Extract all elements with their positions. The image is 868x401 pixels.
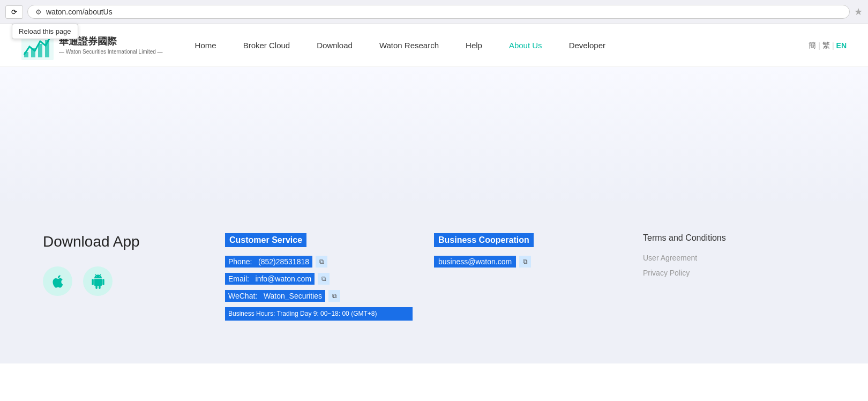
download-app-title: Download App [43, 233, 204, 250]
reload-tooltip: Reload this page [12, 24, 78, 39]
copy-wechat-button[interactable]: ⧉ [328, 290, 340, 302]
site-info-icon: ⚙ [35, 8, 42, 16]
apple-app-button[interactable] [43, 266, 72, 296]
copy-phone-button[interactable]: ⧉ [316, 256, 327, 268]
lang-divider-1: | [818, 41, 820, 50]
site-header: 華通證券國際 — Waton Securities International … [0, 24, 868, 67]
svg-rect-2 [31, 48, 35, 57]
lang-traditional[interactable]: 繁 [822, 41, 830, 50]
business-cooperation-column: Business Cooperation business@waton.com … [434, 233, 622, 321]
browser-toolbar: ⟳ ⚙ waton.com/aboutUs ★ [0, 0, 868, 24]
bc-email-row: business@waton.com ⧉ [434, 256, 622, 268]
svg-rect-4 [45, 40, 49, 57]
url-text: waton.com/aboutUs [46, 8, 113, 16]
footer-section: Download App Customer Service P [0, 201, 868, 363]
apple-icon [50, 274, 65, 289]
lang-simplified[interactable]: 簡 [809, 41, 816, 50]
reload-button[interactable]: ⟳ [5, 5, 23, 19]
logo-en-text: — Waton Securities International Limited… [59, 49, 163, 55]
nav-item-about-us[interactable]: About Us [509, 41, 542, 50]
customer-service-column: Customer Service Phone: (852)28531818 ⧉ … [225, 233, 413, 321]
nav-item-download[interactable]: Download [317, 41, 353, 50]
cs-phone-row: Phone: (852)28531818 ⧉ [225, 256, 413, 268]
cs-email-label: Email: info@waton.com [225, 273, 315, 285]
cs-wechat-label: WeChat: Waton_Securities [225, 290, 325, 302]
user-agreement-link[interactable]: User Agreement [643, 254, 804, 262]
privacy-policy-link[interactable]: Privacy Policy [643, 269, 804, 277]
address-bar[interactable]: ⚙ waton.com/aboutUs [27, 5, 850, 19]
cs-wechat-row: WeChat: Waton_Securities ⧉ [225, 290, 413, 302]
nav-item-help[interactable]: Help [466, 41, 482, 50]
hero-section [0, 67, 868, 201]
terms-title: Terms and Conditions [643, 233, 804, 243]
svg-rect-1 [24, 52, 28, 57]
cs-hours: Business Hours: Trading Day 9: 00~18: 00… [225, 307, 413, 321]
customer-service-title: Customer Service [225, 233, 306, 247]
copy-email-button[interactable]: ⧉ [318, 273, 330, 285]
nav-menu: Home Broker Cloud Download Waton Researc… [195, 41, 809, 50]
lang-switcher: 簡 | 繁 | EN [809, 41, 847, 50]
cs-email-row: Email: info@waton.com ⧉ [225, 273, 413, 285]
terms-column: Terms and Conditions User Agreement Priv… [643, 233, 804, 321]
bookmark-icon[interactable]: ★ [854, 6, 863, 18]
bc-email-value: business@waton.com [434, 256, 516, 268]
nav-item-developer[interactable]: Developer [569, 41, 605, 50]
copy-bc-email-button[interactable]: ⧉ [519, 256, 531, 268]
android-app-button[interactable] [83, 266, 113, 296]
android-icon [91, 274, 106, 289]
nav-item-broker-cloud[interactable]: Broker Cloud [243, 41, 290, 50]
lang-divider-2: | [832, 41, 834, 50]
business-cooperation-title: Business Cooperation [434, 233, 534, 247]
footer-grid: Download App Customer Service P [43, 233, 793, 321]
download-app-column: Download App [43, 233, 204, 321]
nav-item-waton-research[interactable]: Waton Research [379, 41, 439, 50]
svg-rect-3 [38, 44, 42, 57]
browser-chrome: ⟳ ⚙ waton.com/aboutUs ★ [0, 0, 868, 24]
nav-item-home[interactable]: Home [195, 41, 216, 50]
cs-phone-label: Phone: (852)28531818 [225, 256, 312, 268]
app-icons [43, 266, 204, 296]
lang-english[interactable]: EN [836, 41, 847, 50]
